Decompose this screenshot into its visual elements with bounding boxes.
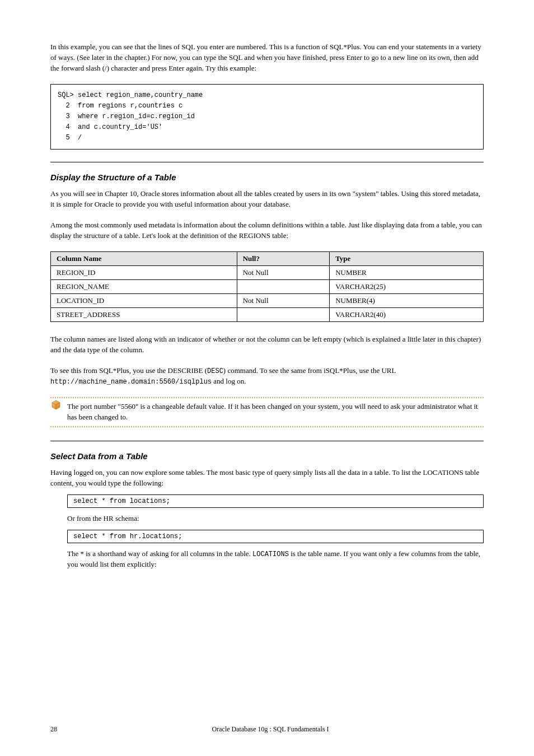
book-title: Oracle Database 10g : SQL Fundamentals I [50, 725, 484, 734]
table-cell: NUMBER(4) [330, 293, 484, 307]
section1-para1: As you will see in Chapter 10, Oracle st… [50, 189, 484, 210]
tip-icon [50, 399, 62, 410]
example-line: 5 / [58, 134, 82, 142]
intro-paragraph: In this example, you can see that the li… [50, 42, 484, 74]
table-cell [237, 279, 330, 293]
section2-para2: Or from the HR schema: [67, 514, 484, 524]
section2-para1: Having logged on, you can now explore so… [50, 468, 484, 489]
table-cell: Not Null [237, 293, 330, 307]
table-cell: NUMBER [330, 265, 484, 279]
inline-code: LOCATIONS [252, 550, 289, 558]
page-number: 28 [50, 725, 57, 734]
table-row: REGION_ID Not Null NUMBER [51, 265, 484, 279]
table-header-cell: Column Name [51, 251, 237, 265]
table-cell: REGION_NAME [51, 279, 237, 293]
section1-para2: Among the most commonly used metadata is… [50, 220, 484, 241]
text-run: To see this from SQL*Plus, you use the D… [50, 366, 207, 375]
table-cell: STREET_ADDRESS [51, 307, 237, 321]
text-run: The * is a shorthand way of asking for a… [67, 549, 252, 558]
example-line: SQL> select region_name,country_name [58, 91, 203, 99]
example-line: 2 from regions r,countries c [58, 102, 182, 110]
table-cell: VARCHAR2(40) [330, 307, 484, 321]
table-cell: REGION_ID [51, 265, 237, 279]
code-example-2: select * from hr.locations; [67, 530, 484, 543]
table-header-cell: Type [330, 251, 484, 265]
tip-text: The port number "5560" is a changeable d… [67, 402, 484, 423]
table-header-row: Column Name Null? Type [51, 251, 484, 265]
table-row: REGION_NAME VARCHAR2(25) [51, 279, 484, 293]
example-line: 4 and c.country_id='US' [58, 123, 162, 131]
inline-code: DESC [207, 367, 223, 375]
example-line: 3 where r.region_id=c.region_id [58, 113, 195, 120]
section1-para4: To see this from SQL*Plus, you use the D… [50, 366, 484, 388]
table-cell [237, 307, 330, 321]
section-title-select: Select Data from a Table [50, 451, 484, 461]
table-row: STREET_ADDRESS VARCHAR2(40) [51, 307, 484, 321]
section-title-structure: Display the Structure of a Table [50, 172, 484, 182]
url-text: http://machine_name.domain:5560/isqlplus [50, 378, 212, 386]
table-row: LOCATION_ID Not Null NUMBER(4) [51, 293, 484, 307]
section1-para3: The column names are listed along with a… [50, 334, 484, 356]
table-cell: Not Null [237, 265, 330, 279]
table-cell: VARCHAR2(25) [330, 279, 484, 293]
table-structure: Column Name Null? Type REGION_ID Not Nul… [50, 251, 484, 322]
page-footer: 28 Oracle Database 10g : SQL Fundamental… [50, 725, 484, 734]
section2-para3: The * is a shorthand way of asking for a… [67, 549, 484, 570]
sql-example-box: SQL> select region_name,country_name 2 f… [50, 84, 484, 150]
section-divider [50, 162, 484, 162]
tip-callout: The port number "5560" is a changeable d… [50, 397, 484, 427]
table-header-cell: Null? [237, 251, 330, 265]
section-divider [50, 441, 484, 441]
dotted-divider [50, 426, 484, 427]
table-cell: LOCATION_ID [51, 293, 237, 307]
text-run: ) command. To see the same from iSQL*Plu… [223, 366, 396, 375]
code-example-1: select * from locations; [67, 494, 484, 508]
text-run: and log on. [213, 377, 246, 385]
